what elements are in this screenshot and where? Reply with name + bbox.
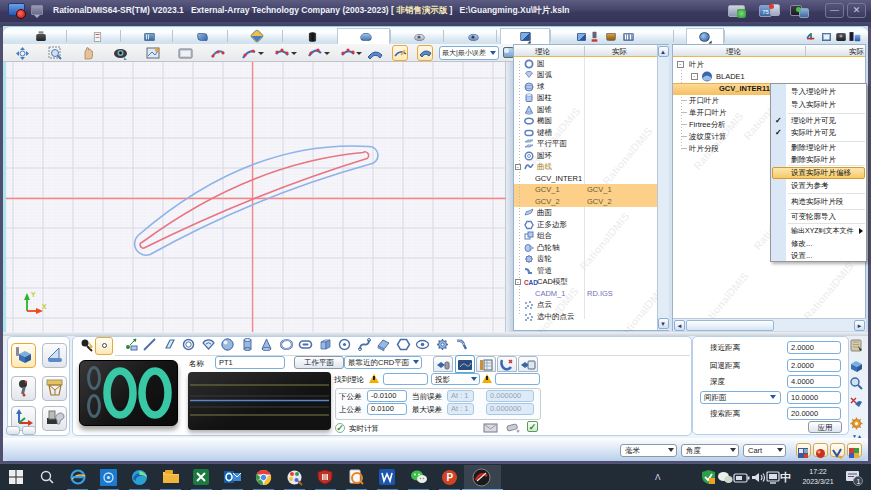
svg-text:Y: Y bbox=[31, 291, 36, 298]
svg-text:X: X bbox=[42, 303, 47, 310]
svg-text:P: P bbox=[447, 472, 454, 483]
svg-text:1: 1 bbox=[856, 478, 860, 485]
